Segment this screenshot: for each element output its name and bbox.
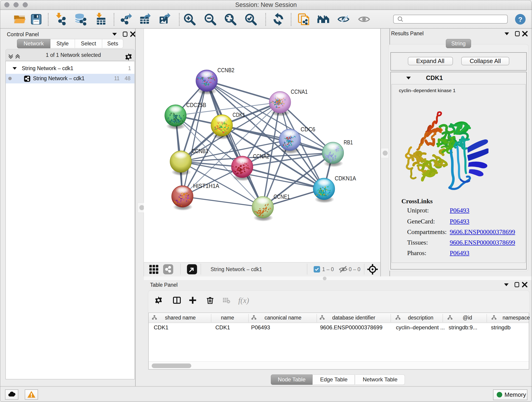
svg-text:CCNB1: CCNB1	[191, 148, 209, 154]
svg-text:CCNA1: CCNA1	[291, 88, 308, 95]
svg-text:CDC6: CDC6	[301, 126, 315, 133]
svg-text:CDKN1A: CDKN1A	[335, 175, 356, 182]
svg-text:CCNE1: CCNE1	[273, 193, 290, 200]
svg-text:CDC25B: CDC25B	[186, 102, 206, 108]
svg-text:CCNB2: CCNB2	[217, 67, 234, 74]
svg-text:HIST1H1A: HIST1H1A	[193, 182, 220, 189]
svg-text:CCNA2: CCNA2	[253, 153, 269, 160]
svg-text:RB1: RB1	[344, 139, 353, 146]
svg-text:CDK1: CDK1	[233, 111, 245, 118]
